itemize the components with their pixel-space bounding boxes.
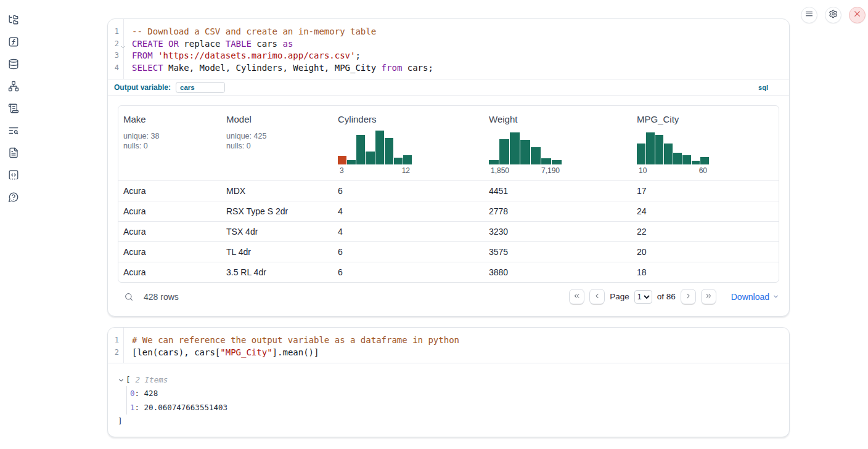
first-page-button[interactable]	[569, 289, 584, 304]
dependency-graph-button[interactable]	[8, 81, 19, 92]
histogram-bar	[700, 157, 709, 164]
table-cell: 22	[632, 227, 779, 237]
file-text-icon	[8, 147, 19, 158]
settings-button[interactable]	[825, 7, 841, 23]
column-header: Weight	[489, 114, 627, 124]
histogram-bar	[682, 155, 691, 164]
histogram-bar	[375, 131, 384, 164]
prev-page-button[interactable]	[589, 289, 605, 304]
search-icon[interactable]	[124, 292, 134, 302]
page-total-label: of 86	[657, 292, 676, 301]
table-row[interactable]: Acura3.5 RL 4dr6388018	[118, 262, 779, 282]
column-header: Model	[226, 114, 328, 124]
histogram-bar	[531, 147, 541, 164]
hamburger-icon	[805, 9, 814, 21]
next-page-button[interactable]	[681, 289, 696, 304]
column-header: Cylinders	[338, 114, 479, 124]
help-chat-button[interactable]	[8, 192, 19, 203]
table-cell: Acura	[118, 267, 221, 277]
cylinders-histogram[interactable]: 3 12	[338, 131, 412, 175]
weight-histogram[interactable]: 1,850 7,190	[489, 131, 562, 175]
table-cell: 4	[333, 227, 484, 237]
code-line[interactable]: # We can reference the output variable a…	[132, 334, 789, 347]
table-cell: 24	[632, 206, 779, 216]
hist-max-label: 60	[699, 166, 707, 175]
chevron-down-icon	[772, 292, 779, 302]
shutdown-button[interactable]	[849, 7, 866, 23]
last-page-button[interactable]	[701, 289, 716, 304]
message-question-icon	[8, 192, 19, 203]
code-lines[interactable]: # We can reference the output variable a…	[124, 328, 789, 363]
code-line[interactable]: FROM 'https://datasets.marimo.app/cars.c…	[132, 50, 789, 62]
chevrons-left-icon	[573, 291, 581, 302]
tree-entry-value: : 20.060747663551403	[135, 403, 228, 412]
chevrons-right-icon	[705, 291, 713, 302]
scroll-text-icon	[8, 103, 19, 114]
snippets-button[interactable]	[8, 169, 19, 180]
file-explorer-button[interactable]	[8, 14, 19, 25]
histogram-bar	[338, 156, 346, 164]
python-code-editor[interactable]: 12 # We can reference the output variabl…	[108, 328, 789, 363]
code-line[interactable]: CREATE OR replace TABLE cars as	[132, 38, 789, 51]
table-row[interactable]: AcuraRSX Type S 2dr4277824	[118, 201, 779, 221]
scratchpad-button[interactable]	[8, 103, 19, 114]
table-row[interactable]: AcuraMDX6445117	[118, 180, 779, 201]
collapse-caret-icon[interactable]	[118, 376, 125, 383]
code-lines[interactable]: -- Download a CSV and create an in-memor…	[124, 19, 789, 79]
code-line[interactable]: SELECT Make, Model, Cylinders, Weight, M…	[132, 62, 789, 75]
page-select[interactable]: 1	[634, 290, 652, 304]
line-number: 2	[108, 347, 123, 359]
download-button[interactable]: Download	[731, 292, 779, 302]
tree-entry-key: 1	[130, 403, 135, 412]
histogram-bar	[637, 144, 645, 164]
line-number: 3	[108, 50, 123, 62]
histogram-bar	[489, 160, 499, 164]
network-icon	[8, 81, 19, 92]
variables-button[interactable]	[8, 36, 19, 47]
documentation-button[interactable]	[8, 147, 19, 158]
code-line[interactable]: [len(cars), cars["MPG_City"].mean()]	[132, 347, 789, 359]
histogram-bar	[499, 139, 509, 164]
column-stats: unique: 38 nulls: 0	[123, 131, 216, 151]
histogram-bar	[510, 132, 520, 164]
histogram-bar	[664, 144, 673, 164]
datasources-button[interactable]	[8, 59, 19, 70]
fold-chevron-icon[interactable]	[120, 42, 126, 47]
tree-entries: 0: 4281: 20.060747663551403	[126, 386, 779, 415]
histogram-bar	[673, 153, 682, 164]
rows-count: 428 rows	[144, 292, 179, 302]
table-cell: 3880	[484, 267, 632, 277]
mpg-city-histogram[interactable]: 10 60	[637, 131, 709, 175]
notebook-controls	[801, 7, 866, 23]
hist-max-label: 7,190	[541, 166, 560, 175]
code-line[interactable]: -- Download a CSV and create an in-memor…	[132, 26, 789, 38]
download-label: Download	[731, 292, 769, 302]
pagination: Page 1 of 86 Download	[569, 289, 779, 304]
table-cell: 6	[333, 247, 484, 257]
line-number: 1	[108, 26, 123, 38]
histogram-bar	[692, 161, 700, 164]
close-bracket: ]	[118, 415, 779, 427]
table-cell: 3575	[484, 247, 632, 257]
table-cell: 6	[333, 267, 484, 277]
line-number-gutter: 12	[108, 328, 124, 363]
logs-search-button[interactable]	[8, 125, 19, 136]
database-icon	[8, 59, 19, 70]
python-cell: 12 # We can reference the output variabl…	[107, 327, 790, 437]
table-row[interactable]: AcuraTSX 4dr4323022	[118, 221, 779, 241]
line-number: 2	[108, 38, 123, 51]
table-row[interactable]: AcuraTL 4dr6357520	[118, 241, 779, 262]
tree-entry: 0: 428	[130, 386, 779, 400]
histogram-bar	[366, 152, 374, 164]
table-cell: 4451	[484, 186, 632, 196]
sql-cell: 1234 -- Download a CSV and create an in-…	[107, 18, 790, 317]
notebook-menu-button[interactable]	[801, 7, 817, 23]
histogram-bar	[347, 160, 356, 164]
output-variable-bar: Output variable: sql	[108, 79, 789, 96]
column-header: MPG_City	[637, 114, 774, 124]
sql-code-editor[interactable]: 1234 -- Download a CSV and create an in-…	[108, 19, 789, 79]
output-variable-input[interactable]	[176, 82, 225, 93]
line-number: 1	[108, 334, 123, 347]
hist-min-label: 1,850	[491, 166, 509, 175]
histogram-bar	[646, 132, 655, 164]
